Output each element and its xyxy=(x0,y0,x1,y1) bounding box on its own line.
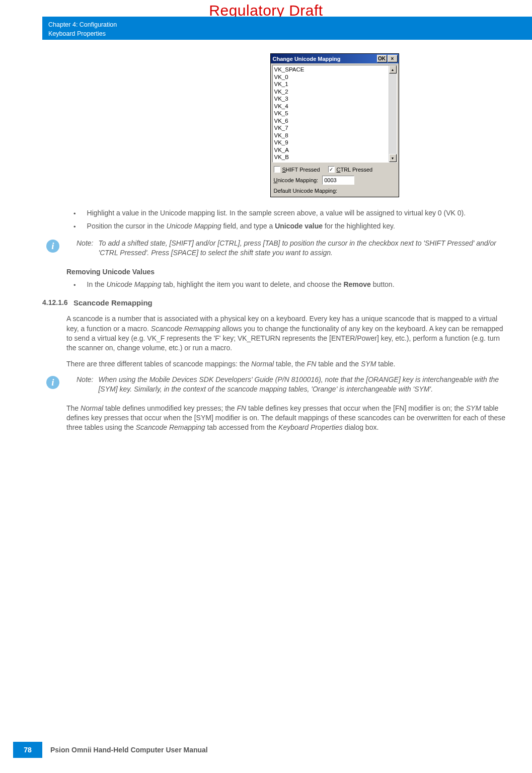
page-number: 78 xyxy=(13,742,42,758)
body-text: • Highlight a value in the Unicode mappi… xyxy=(42,208,511,433)
dialog-title: Change Unicode Mapping xyxy=(273,56,376,62)
bullet-list-2: • In the Unicode Mapping tab, highlight … xyxy=(73,280,511,290)
page-content: Change Unicode Mapping OK × VK_SPACE VK_… xyxy=(42,53,511,738)
bullet-text: Position the cursor in the Unicode Mappi… xyxy=(87,221,511,231)
footer-title: Psion Omnii Hand-Held Computer User Manu… xyxy=(50,746,208,754)
dialog-wrap: Change Unicode Mapping OK × VK_SPACE VK_… xyxy=(42,53,511,197)
shift-label: SHIFT Pressed xyxy=(282,167,320,173)
default-mapping-label: Default Unicode Mapping: xyxy=(271,187,399,197)
bullet-icon: • xyxy=(73,221,76,231)
list-item[interactable]: VK_0 xyxy=(274,73,387,81)
note-text: When using the Mobile Devices SDK Develo… xyxy=(98,375,511,395)
bullet-icon: • xyxy=(73,208,76,218)
list-item[interactable]: VK_1 xyxy=(274,81,387,88)
unicode-mapping-label: Unicode Mapping: xyxy=(274,177,319,183)
shift-checkbox-group: SHIFT Pressed xyxy=(274,166,320,173)
bullet-item: • In the Unicode Mapping tab, highlight … xyxy=(73,280,511,290)
change-unicode-dialog: Change Unicode Mapping OK × VK_SPACE VK_… xyxy=(270,53,399,197)
checkbox-row: SHIFT Pressed ✓ CTRL Pressed xyxy=(271,164,399,174)
shift-checkbox[interactable] xyxy=(274,166,280,173)
list-item[interactable]: VK_7 xyxy=(274,124,387,132)
note-block-2: i Note: When using the Mobile Devices SD… xyxy=(42,375,511,395)
ctrl-checkbox-group: ✓ CTRL Pressed xyxy=(328,166,373,173)
dialog-titlebar: Change Unicode Mapping OK × xyxy=(271,54,399,63)
bullet-icon: • xyxy=(73,280,76,290)
unicode-listbox[interactable]: VK_SPACE VK_0 VK_1 VK_2 VK_3 VK_4 VK_5 V… xyxy=(272,65,397,163)
paragraph: A scancode is a number that is associate… xyxy=(66,314,511,353)
page-footer: 78 Psion Omnii Hand-Held Computer User M… xyxy=(0,742,208,758)
list-item[interactable]: VK_6 xyxy=(274,117,387,125)
bullet-text: Highlight a value in the Unicode mapping… xyxy=(87,208,511,218)
paragraph: There are three different tables of scan… xyxy=(66,359,511,369)
list-item[interactable]: VK_A xyxy=(274,146,387,154)
chapter-header: Chapter 4: Configuration Keyboard Proper… xyxy=(42,17,532,40)
bullet-text: In the Unicode Mapping tab, highlight th… xyxy=(87,280,511,290)
listbox-items: VK_SPACE VK_0 VK_1 VK_2 VK_3 VK_4 VK_5 V… xyxy=(273,65,389,162)
ctrl-label: CTRL Pressed xyxy=(337,167,373,173)
list-item[interactable]: VK_3 xyxy=(274,95,387,103)
bullet-list-1: • Highlight a value in the Unicode mappi… xyxy=(73,208,511,231)
close-button[interactable]: × xyxy=(388,55,398,62)
note-label: Note: xyxy=(77,375,93,395)
list-item[interactable]: VK_4 xyxy=(274,103,387,110)
section-heading: 4.12.1.6 Scancode Remapping xyxy=(42,298,511,308)
note-body: Note: To add a shifted state, [SHIFT] an… xyxy=(77,239,511,258)
unicode-mapping-row: Unicode Mapping: xyxy=(271,174,399,187)
note-label: Note: xyxy=(77,239,93,258)
note-body: Note: When using the Mobile Devices SDK … xyxy=(77,375,511,395)
chapter-line1: Chapter 4: Configuration xyxy=(48,21,526,30)
info-icon: i xyxy=(46,376,59,389)
ok-button[interactable]: OK xyxy=(377,55,387,62)
removing-heading: Removing Unicode Values xyxy=(66,267,511,277)
paragraph: The Normal table defines unmodified key … xyxy=(66,404,511,433)
note-block-1: i Note: To add a shifted state, [SHIFT] … xyxy=(42,239,511,258)
unicode-mapping-input[interactable] xyxy=(322,176,354,185)
note-text: To add a shifted state, [SHIFT] and/or [… xyxy=(98,239,511,258)
list-item[interactable]: VK_9 xyxy=(274,139,387,146)
info-icon: i xyxy=(46,240,59,253)
scroll-down-icon[interactable]: ▼ xyxy=(389,154,397,162)
list-item[interactable]: VK_8 xyxy=(274,132,387,139)
bullet-item: • Position the cursor in the Unicode Map… xyxy=(73,221,511,231)
bullet-item: • Highlight a value in the Unicode mappi… xyxy=(73,208,511,218)
scroll-up-icon[interactable]: ▲ xyxy=(389,65,397,73)
list-item[interactable]: VK_SPACE xyxy=(274,66,387,73)
list-item[interactable]: VK_5 xyxy=(274,110,387,117)
scrollbar[interactable]: ▲ ▼ xyxy=(389,65,397,162)
ctrl-checkbox[interactable]: ✓ xyxy=(328,166,335,173)
section-number: 4.12.1.6 xyxy=(42,298,64,308)
section-title: Scancode Remapping xyxy=(73,298,153,308)
scroll-track[interactable] xyxy=(389,73,397,154)
chapter-line2: Keyboard Properties xyxy=(48,30,526,39)
list-item[interactable]: VK_2 xyxy=(274,88,387,96)
list-item[interactable]: VK_B xyxy=(274,153,387,161)
